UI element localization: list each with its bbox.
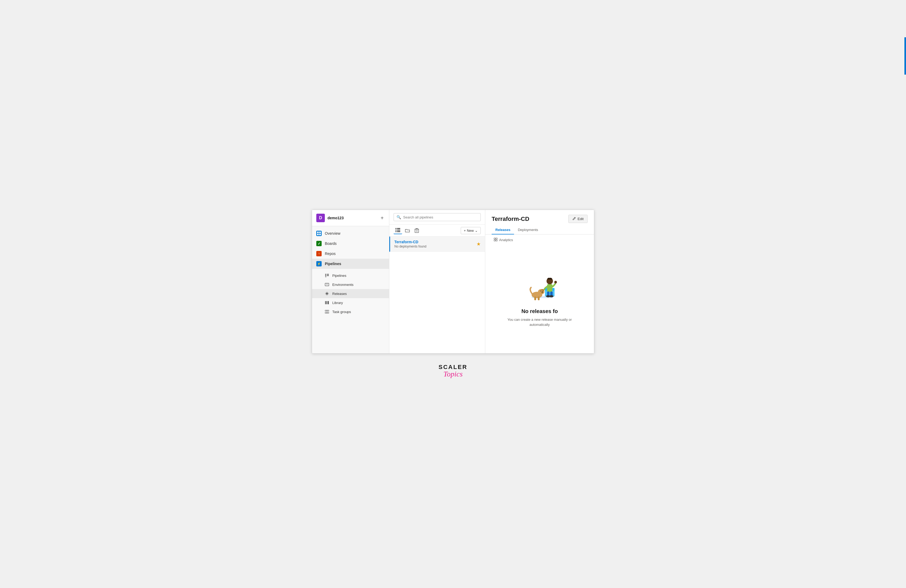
- tab-analytics[interactable]: Analytics: [492, 237, 515, 243]
- repos-icon: [316, 251, 322, 256]
- nav-section: Overview Boards Repos: [312, 226, 389, 271]
- svg-rect-5: [325, 283, 329, 286]
- svg-rect-13: [397, 228, 400, 229]
- toolbar: + New ⌄: [389, 225, 485, 237]
- no-releases-illustration: [515, 269, 563, 304]
- sidebar-header: D demo123 +: [312, 210, 389, 226]
- svg-rect-9: [328, 301, 329, 304]
- environments-icon: [325, 282, 329, 287]
- releases-icon: [325, 292, 329, 296]
- pipeline-name: Terraform-CD: [394, 240, 426, 244]
- svg-rect-32: [534, 296, 536, 300]
- svg-rect-17: [397, 231, 400, 232]
- sidebar-label-repos: Repos: [325, 252, 335, 256]
- sidebar-label-overview: Overview: [325, 231, 340, 236]
- svg-rect-15: [397, 229, 400, 231]
- svg-point-36: [554, 281, 557, 284]
- tab-deployments[interactable]: Deployments: [514, 226, 542, 234]
- sidebar-item-repos[interactable]: Repos: [312, 249, 389, 259]
- pipeline-item-info: Terraform-CD No deployments found: [394, 240, 426, 248]
- svg-rect-8: [327, 301, 327, 304]
- scaler-topics-logo: SCALER Topics: [439, 364, 467, 378]
- boards-icon: [316, 241, 322, 246]
- svg-rect-19: [494, 238, 495, 239]
- overview-icon: [316, 231, 322, 236]
- svg-rect-34: [547, 284, 552, 292]
- right-content: No releases fo You can create a new rele…: [485, 243, 594, 353]
- new-button[interactable]: + New ⌄: [461, 227, 481, 234]
- sidebar-item-library[interactable]: Library: [312, 298, 389, 307]
- sidebar: D demo123 + Overview: [312, 210, 389, 353]
- right-tabs: Releases Deployments: [485, 226, 594, 234]
- topics-text: Topics: [443, 370, 463, 378]
- svg-rect-18: [415, 229, 419, 233]
- pipeline-list: Terraform-CD No deployments found ★: [389, 237, 485, 353]
- add-button[interactable]: +: [380, 215, 385, 221]
- new-btn-label: New: [467, 229, 474, 233]
- svg-rect-2: [325, 277, 327, 277]
- svg-rect-33: [538, 296, 540, 300]
- list-view-button[interactable]: [394, 227, 402, 234]
- svg-rect-4: [327, 275, 329, 276]
- library-icon: [325, 301, 329, 305]
- sub-pipelines-icon: [325, 273, 329, 277]
- new-btn-plus-icon: +: [464, 229, 466, 233]
- sidebar-label-boards: Boards: [325, 241, 337, 245]
- tab-releases[interactable]: Releases: [492, 226, 514, 234]
- svg-rect-0: [325, 274, 327, 275]
- sidebar-label-pipelines-sub: Pipelines: [332, 274, 346, 277]
- right-sub-tabs: Analytics: [485, 234, 594, 243]
- taskgroups-icon: [325, 309, 329, 314]
- svg-rect-12: [396, 228, 397, 229]
- no-releases-title: No releases fo: [522, 308, 558, 314]
- pipeline-sub-text: No deployments found: [394, 245, 426, 248]
- sidebar-label-releases: Releases: [332, 292, 347, 296]
- svg-point-30: [542, 292, 543, 293]
- svg-rect-14: [396, 229, 397, 231]
- sidebar-item-boards[interactable]: Boards: [312, 239, 389, 249]
- sidebar-label-pipelines: Pipelines: [325, 261, 341, 266]
- sidebar-label-task-groups: Task groups: [332, 310, 351, 314]
- svg-rect-20: [496, 238, 497, 239]
- sidebar-label-library: Library: [332, 301, 343, 305]
- main-window: D demo123 + Overview: [312, 210, 594, 354]
- search-input[interactable]: [403, 215, 478, 219]
- pipelines-main-icon: [316, 261, 322, 266]
- org-avatar: D: [316, 214, 325, 222]
- svg-rect-16: [396, 231, 397, 232]
- svg-rect-22: [496, 240, 497, 241]
- no-releases-subtitle: You can create a new release manually or…: [499, 317, 579, 327]
- sidebar-item-environments[interactable]: Environments: [312, 280, 389, 289]
- folder-view-button[interactable]: [403, 227, 412, 234]
- sidebar-item-overview[interactable]: Overview: [312, 228, 389, 239]
- search-icon: 🔍: [397, 215, 401, 219]
- right-panel: Terraform-CD Edit Releases Deployments: [485, 210, 594, 353]
- svg-point-31: [541, 290, 541, 291]
- svg-rect-7: [325, 301, 326, 304]
- svg-rect-1: [325, 275, 327, 276]
- tab-analytics-label: Analytics: [499, 238, 513, 242]
- svg-rect-21: [494, 240, 495, 241]
- svg-rect-3: [327, 274, 329, 275]
- sidebar-label-environments: Environments: [332, 283, 353, 287]
- pipeline-item-terraform[interactable]: Terraform-CD No deployments found ★: [389, 237, 485, 252]
- pipelines-sub-section: Pipelines Environments: [312, 271, 389, 316]
- sidebar-item-releases[interactable]: Releases: [312, 289, 389, 298]
- edit-btn-label: Edit: [578, 217, 584, 221]
- right-header: Terraform-CD Edit: [485, 210, 594, 223]
- delete-button[interactable]: [413, 227, 421, 234]
- org-name: demo123: [327, 216, 377, 220]
- search-input-wrap[interactable]: 🔍: [394, 213, 481, 221]
- sidebar-item-task-groups[interactable]: Task groups: [312, 307, 389, 316]
- favorite-button[interactable]: ★: [477, 241, 481, 247]
- search-bar-container: 🔍: [389, 210, 485, 225]
- svg-point-40: [549, 295, 553, 297]
- grid-icon: [494, 237, 498, 242]
- sidebar-item-pipelines[interactable]: Pipelines: [312, 259, 389, 269]
- edit-icon: [573, 217, 576, 221]
- new-btn-chevron-icon: ⌄: [475, 229, 478, 233]
- pipeline-title: Terraform-CD: [492, 215, 529, 223]
- edit-button[interactable]: Edit: [568, 215, 588, 223]
- sidebar-item-pipelines-sub[interactable]: Pipelines: [312, 271, 389, 280]
- middle-panel: 🔍: [389, 210, 485, 353]
